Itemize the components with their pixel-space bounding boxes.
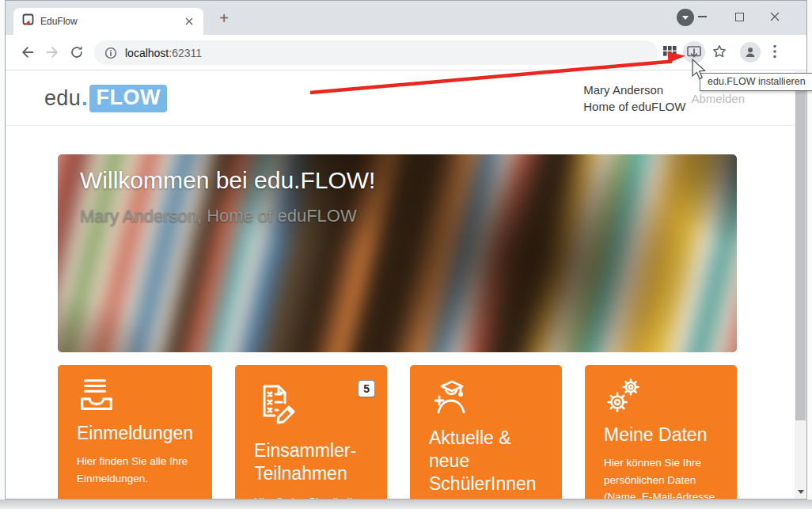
browser-tab[interactable]: EduFlow — [13, 8, 203, 35]
arrow-right-icon — [44, 44, 60, 60]
browser-toolbar: localhost:62311 — [6, 35, 806, 70]
url-port: :62311 — [169, 47, 202, 59]
url-host: localhost — [125, 47, 169, 59]
graduate-plus-icon — [429, 376, 473, 420]
three-dots-icon — [772, 44, 777, 59]
logout-link[interactable]: Abmelden — [691, 92, 745, 105]
scrollbar-thumb[interactable] — [795, 89, 806, 420]
vertical-scrollbar[interactable] — [795, 71, 806, 499]
dashboard-cards: Einmeldungen Hier finden Sie alle Ihre E… — [58, 365, 737, 499]
grid-icon — [663, 45, 677, 57]
card-title: Meine Daten — [604, 424, 718, 446]
browser-menu-button[interactable] — [772, 44, 777, 62]
chevron-down-icon — [682, 16, 689, 20]
card-aktuelle-neue-schuelerinnen[interactable]: Aktuelle & neue SchülerInnen Hier sehen … — [410, 365, 562, 499]
logo-text-edu: edu — [44, 86, 81, 111]
arrow-left-icon — [20, 44, 36, 60]
address-bar[interactable]: localhost:62311 — [94, 40, 658, 65]
grid-extension-button[interactable] — [663, 45, 677, 60]
reload-icon — [69, 44, 85, 60]
window-minimize-button[interactable] — [696, 10, 708, 23]
window-close-button[interactable] — [768, 10, 781, 23]
info-circle-icon[interactable] — [104, 47, 117, 59]
person-icon — [744, 46, 757, 59]
checklist-pencil-icon — [254, 381, 300, 427]
user-info: Mary Anderson Home of eduFLOW — [583, 82, 685, 115]
maximize-icon — [735, 13, 744, 21]
card-title: Aktuelle & neue SchülerInnen — [429, 427, 543, 496]
close-icon — [770, 12, 780, 21]
inbox-stack-icon — [77, 376, 116, 416]
install-app-button[interactable] — [683, 41, 705, 63]
profile-button[interactable] — [740, 42, 761, 63]
url-text[interactable]: localhost:62311 — [125, 47, 202, 59]
count-badge: 5 — [358, 380, 375, 397]
card-title: Einmeldungen — [77, 422, 193, 445]
forward-button[interactable] — [44, 44, 60, 60]
logo-dot: . — [82, 86, 88, 111]
window-bottom-edge — [0, 500, 812, 509]
hero-banner: Willkommen bei edu.FLOW! Mary Anderson, … — [58, 154, 737, 352]
browser-window: EduFlow + — [5, 0, 807, 500]
page-viewport: edu.FLOW Mary Anderson Home of eduFLOW A… — [6, 71, 806, 499]
hero-copy: Willkommen bei edu.FLOW! Mary Anderson, … — [80, 167, 375, 226]
tab-title: EduFlow — [40, 16, 176, 27]
user-subtitle: Home of eduFLOW — [583, 98, 685, 115]
card-description: Hier können Sie Ihre persönlichen Daten … — [604, 454, 718, 499]
card-title: Einsammler-Teilnahmen — [254, 439, 368, 485]
tab-strip: EduFlow + — [6, 1, 806, 35]
hero-subtitle: Mary Anderson, Home of eduFLOW — [80, 206, 375, 226]
eduflow-logo[interactable]: edu.FLOW — [44, 85, 167, 112]
card-einsammler-teilnahmen[interactable]: 5 Einsammler-Teilnahmen Hier finden Sie … — [235, 365, 387, 499]
hero-title: Willkommen bei edu.FLOW! — [80, 167, 375, 194]
tab-search-button[interactable] — [677, 9, 694, 26]
card-description: Hier finden Sie alle Ihre — [254, 493, 368, 499]
site-header: edu.FLOW Mary Anderson Home of eduFLOW A… — [6, 71, 806, 126]
star-icon — [712, 44, 727, 59]
window-maximize-button[interactable] — [733, 10, 746, 23]
tab-close-icon[interactable] — [183, 15, 195, 28]
card-einmeldungen[interactable]: Einmeldungen Hier finden Sie alle Ihre E… — [58, 365, 212, 499]
favicon-eduflow-icon — [21, 13, 34, 29]
user-name: Mary Anderson — [583, 82, 685, 98]
minimize-icon — [698, 16, 707, 17]
gears-icon — [604, 376, 645, 417]
new-tab-button[interactable]: + — [214, 9, 233, 28]
card-description: Hier finden Sie alle Ihre Einmeldungen. — [77, 453, 193, 487]
card-meine-daten[interactable]: Meine Daten Hier können Sie Ihre persönl… — [585, 365, 737, 499]
scroll-down-icon[interactable] — [798, 490, 804, 494]
bookmark-button[interactable] — [712, 44, 727, 62]
back-button[interactable] — [20, 44, 36, 60]
screenshot: EduFlow + — [0, 0, 812, 509]
install-monitor-arrow-icon — [686, 44, 702, 60]
logo-text-flow: FLOW — [89, 85, 166, 112]
reload-button[interactable] — [69, 44, 85, 60]
install-tooltip: edu.FLOW installieren — [700, 73, 812, 91]
